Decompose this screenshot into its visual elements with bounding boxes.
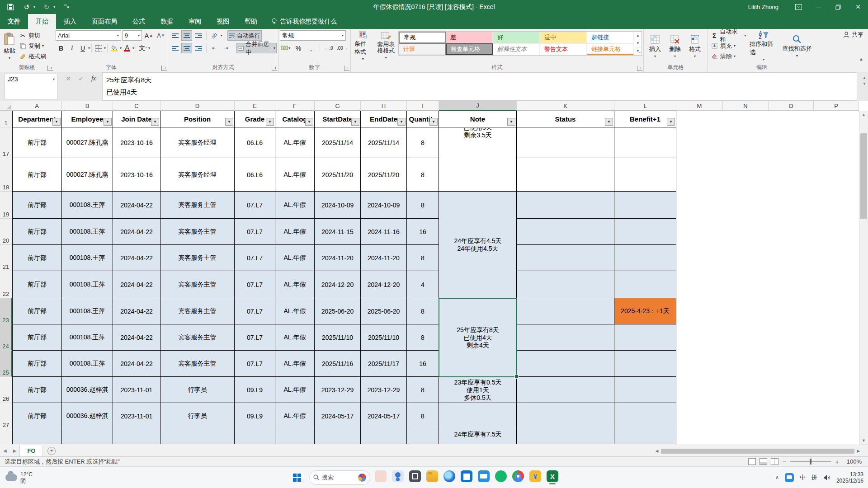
taskbar-icon-chrome[interactable] (512, 470, 524, 482)
styles-dialog-launcher[interactable] (637, 66, 642, 71)
empty-cell[interactable] (676, 219, 723, 245)
grid-cell[interactable]: 行李员 (160, 377, 235, 403)
fill-color-button[interactable] (109, 43, 120, 53)
grid-cell[interactable]: 前厅部 (12, 219, 62, 245)
grid-cell[interactable]: 07.L7 (235, 219, 275, 245)
empty-cell[interactable] (676, 377, 723, 403)
grid-cell[interactable]: 07.L7 (235, 192, 275, 219)
alignment-dialog-launcher[interactable] (272, 66, 277, 71)
cell-style-解释性文本[interactable]: 解释性文本 (493, 43, 540, 55)
ime-pinyin-indicator[interactable]: 拼 (811, 474, 817, 482)
header-cell-Quantity[interactable]: Quantity▼ (407, 111, 439, 127)
minimize-button[interactable]: — (808, 0, 828, 14)
page-break-view-icon[interactable] (771, 458, 778, 465)
filter-button[interactable]: ▼ (429, 118, 438, 126)
grid-cell[interactable]: 前厅部 (12, 245, 62, 271)
grid-cell[interactable]: 宾客服务经理 (160, 158, 235, 192)
empty-cell[interactable] (814, 192, 859, 219)
grid-cell[interactable]: 2024-11-16 (361, 219, 407, 245)
sheet-nav-left-icon[interactable]: ◀ (0, 448, 10, 453)
volume-icon[interactable] (823, 474, 830, 481)
sort-filter-button[interactable]: AZ 排序和筛选▾ (747, 30, 780, 62)
grid-cell[interactable]: 2024-05-17 (361, 403, 407, 429)
cell-style-计算[interactable]: 计算 (399, 43, 446, 55)
vertical-scrollbar[interactable]: ▲ ▼ (859, 111, 868, 445)
grid-cell[interactable]: 宾客服务主管 (160, 351, 235, 377)
empty-cell[interactable] (723, 127, 769, 158)
empty-cell[interactable] (676, 351, 723, 377)
empty-cell[interactable] (769, 403, 814, 429)
status-cell[interactable] (517, 192, 614, 219)
empty-cell[interactable] (723, 245, 769, 271)
empty-cell[interactable] (769, 111, 814, 127)
filter-button[interactable]: ▼ (266, 118, 274, 126)
format-cells-button[interactable]: 格式▾ (685, 30, 705, 62)
empty-cell[interactable] (723, 351, 769, 377)
font-family-select[interactable]: Arial▾ (56, 30, 121, 41)
header-cell-Department[interactable]: Department▼ (12, 111, 62, 127)
cell-style-好[interactable]: 好 (493, 32, 540, 43)
empty-cell[interactable] (769, 219, 814, 245)
column-header-O[interactable]: O (769, 101, 814, 111)
grid-cell[interactable]: 06.L6 (235, 127, 275, 158)
empty-cell[interactable] (769, 324, 814, 351)
taskbar-icon-alipay[interactable]: ¥ (529, 470, 541, 482)
empty-cell[interactable] (814, 377, 859, 403)
grid-cell[interactable]: 2023-10-16 (113, 127, 160, 158)
percent-style-button[interactable]: % (293, 43, 304, 53)
column-header-K[interactable]: K (517, 101, 614, 111)
vertical-scroll-thumb[interactable] (860, 133, 867, 219)
row-header-1[interactable]: 1 (0, 111, 12, 127)
bold-button[interactable]: B (56, 43, 66, 53)
grid-cell[interactable]: 2024-04-22 (113, 298, 160, 324)
note-cell[interactable] (439, 127, 517, 158)
empty-cell[interactable] (676, 403, 723, 429)
sheet-tab-FO[interactable]: FO (19, 445, 43, 456)
copy-button[interactable]: 复制▾ (18, 41, 47, 51)
grid-cell[interactable]: 2024-10-09 (315, 192, 361, 219)
tab-插入[interactable]: 插入 (56, 14, 84, 29)
grid-cell[interactable]: 09.L9 (235, 377, 275, 403)
grid-cell[interactable] (407, 429, 439, 444)
status-cell[interactable] (517, 351, 614, 377)
column-header-D[interactable]: D (160, 101, 235, 111)
header-cell-Catalog[interactable]: Catalog▼ (275, 111, 315, 127)
benefit-empty-cell[interactable] (614, 127, 676, 158)
format-painter-button[interactable]: 格式刷 (18, 51, 47, 61)
cell-style-警告文本[interactable]: 警告文本 (540, 43, 587, 55)
grid-cell[interactable]: 2023-10-16 (113, 158, 160, 192)
grid-cell[interactable]: 2024-10-09 (361, 192, 407, 219)
benefit-empty-cell[interactable] (614, 403, 676, 429)
grid-cell[interactable]: 2024-12-20 (315, 271, 361, 298)
benefit-empty-cell[interactable] (614, 429, 676, 444)
header-cell-EndDate[interactable]: EndDate▼ (361, 111, 407, 127)
grid-cell[interactable]: 2023-12-29 (361, 377, 407, 403)
cell-style-链接单元格[interactable]: 链接单元格 (587, 43, 634, 55)
status-cell[interactable] (517, 245, 614, 271)
grid-cell[interactable]: AL.年假 (275, 192, 315, 219)
phonetic-guide-button[interactable]: 文ᵛ (137, 43, 148, 53)
find-select-button[interactable]: 查找和选择▾ (780, 30, 814, 62)
grid-cell[interactable]: 2024-04-22 (113, 192, 160, 219)
benefit-empty-cell[interactable] (614, 271, 676, 298)
grid-cell[interactable] (113, 429, 160, 444)
grid-cell[interactable]: 2023-12-29 (315, 377, 361, 403)
row-header-23[interactable]: 23 (0, 298, 12, 324)
zoom-in-icon[interactable]: + (835, 458, 839, 465)
sheet-nav-right-icon[interactable]: ▶ (10, 448, 20, 453)
empty-cell[interactable] (814, 271, 859, 298)
save-icon[interactable] (5, 2, 15, 12)
gallery-scrollbar[interactable]: ▲▼▼̲ (634, 32, 642, 55)
insert-function-icon[interactable]: fx (88, 75, 99, 82)
empty-cell[interactable] (723, 158, 769, 192)
grid-cell[interactable]: 前厅部 (12, 271, 62, 298)
select-all-corner[interactable] (0, 101, 12, 111)
orientation-button[interactable]: ab (209, 30, 220, 41)
grid-cell[interactable]: 06.L6 (235, 158, 275, 192)
status-cell[interactable] (517, 158, 614, 192)
increase-indent-icon[interactable]: ⇥ (221, 43, 231, 53)
status-cell[interactable] (517, 429, 614, 444)
filter-button[interactable]: ▼ (151, 118, 159, 126)
cell-style-差[interactable]: 差 (446, 32, 493, 43)
grid-cell[interactable]: 宾客服务主管 (160, 192, 235, 219)
